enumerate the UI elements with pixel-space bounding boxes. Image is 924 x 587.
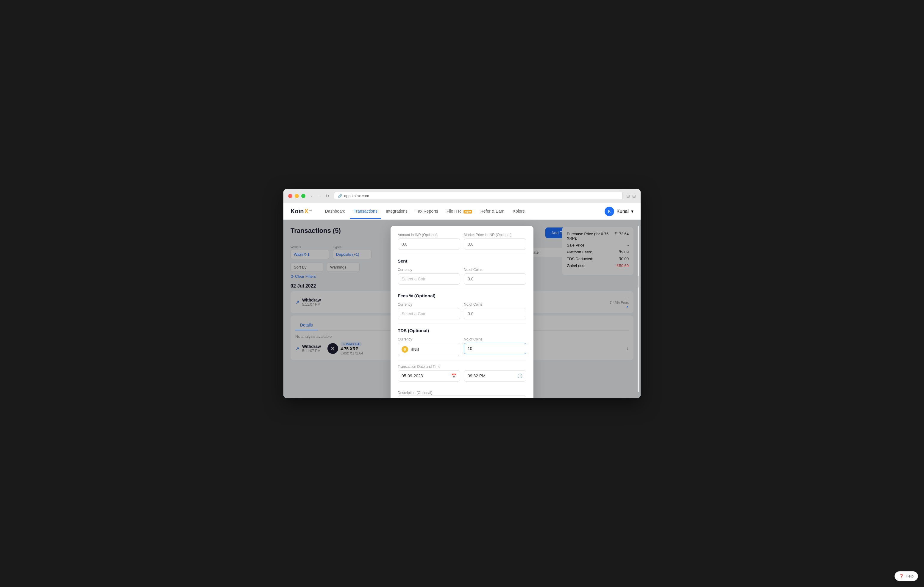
calendar-modal-icon: 📅 xyxy=(451,373,456,378)
url-text: app.koinx.com xyxy=(344,194,369,198)
browser-chrome: ← → ↻ 🔗 app.koinx.com ⊞ ⊟ xyxy=(284,189,640,203)
sent-coins-group: No.of Coins xyxy=(464,268,526,284)
app-header: KoinX™ Dashboard Transactions Integratio… xyxy=(284,203,640,220)
tds-coins-label: No.of Coins xyxy=(464,337,526,341)
help-label: Help xyxy=(906,574,914,579)
datetime-group: Transaction Date and Time 05-09-2023 📅 0… xyxy=(398,365,526,386)
fees-coins-input[interactable] xyxy=(464,308,526,319)
clock-icon: 🕐 xyxy=(517,373,522,378)
sent-coin-select[interactable]: Select a Coin xyxy=(398,273,460,284)
add-transaction-modal: Amount in INR (Optional) Market Price in… xyxy=(391,226,533,398)
window-controls xyxy=(288,194,305,198)
page-content: Transactions (5) Add Transaction Downloa… xyxy=(284,220,640,398)
scrollbar-thumb[interactable] xyxy=(638,276,639,288)
user-menu[interactable]: K Kunal ▾ xyxy=(605,207,634,216)
tds-coin-value: BNB xyxy=(411,347,419,352)
market-price-group: Market Price in INR (Optional) xyxy=(464,233,526,250)
divider-4 xyxy=(398,360,526,360)
datetime-label: Transaction Date and Time xyxy=(398,365,526,369)
sidebar-toggle[interactable]: ⊞ xyxy=(626,194,630,198)
fees-coins-group: No.of Coins xyxy=(464,303,526,319)
date-picker[interactable]: 05-09-2023 📅 xyxy=(398,370,460,381)
logo-text: Koin xyxy=(290,208,304,215)
description-input[interactable] xyxy=(398,395,526,398)
nav-xplore[interactable]: Xplore xyxy=(509,204,528,219)
nav-refer-earn[interactable]: Refer & Earn xyxy=(477,204,508,219)
chevron-down-icon: ▾ xyxy=(631,209,634,214)
minimize-button[interactable] xyxy=(295,194,299,198)
main-nav: Dashboard Transactions Integrations Tax … xyxy=(322,204,595,219)
date-value: 05-09-2023 xyxy=(402,373,423,378)
nav-integrations[interactable]: Integrations xyxy=(382,204,411,219)
nav-transactions[interactable]: Transactions xyxy=(350,204,381,219)
amount-inr-group: Amount in INR (Optional) xyxy=(398,233,460,250)
address-bar[interactable]: 🔗 app.koinx.com xyxy=(334,192,623,200)
help-button[interactable]: ❓ Help xyxy=(894,571,918,581)
fees-currency-group: Currency Select a Coin xyxy=(398,303,460,319)
scrollbar-track xyxy=(638,226,639,392)
divider-2 xyxy=(398,289,526,289)
tds-section-title: TDS (Optional) xyxy=(398,328,526,333)
nav-tax-reports[interactable]: Tax Reports xyxy=(412,204,442,219)
user-name: Kunal xyxy=(617,209,629,214)
amount-inr-label: Amount in INR (Optional) xyxy=(398,233,460,237)
sent-coin-placeholder: Select a Coin xyxy=(402,276,426,281)
tds-currency-label: Currency xyxy=(398,337,460,341)
refresh-button[interactable]: ↻ xyxy=(325,193,330,199)
forward-button[interactable]: → xyxy=(317,193,323,199)
sent-coins-input[interactable] xyxy=(464,273,526,284)
fees-currency-label: Currency xyxy=(398,303,460,307)
tds-coins-group: No.of Coins xyxy=(464,337,526,356)
fees-coins-label: No.of Coins xyxy=(464,303,526,307)
lock-icon: 🔗 xyxy=(338,194,342,198)
back-button[interactable]: ← xyxy=(309,193,315,199)
split-view[interactable]: ⊟ xyxy=(632,194,636,198)
market-price-input[interactable] xyxy=(464,238,526,250)
fees-coin-placeholder: Select a Coin xyxy=(402,311,426,316)
fees-section-title: Fees % (Optional) xyxy=(398,293,526,298)
tds-currency-group: Currency B BNB xyxy=(398,337,460,356)
market-price-label: Market Price in INR (Optional) xyxy=(464,233,526,237)
nav-arrows: ← → ↻ xyxy=(309,193,330,199)
sent-row: Currency Select a Coin No.of Coins xyxy=(398,268,526,284)
sent-section-title: Sent xyxy=(398,258,526,263)
sent-currency-label: Currency xyxy=(398,268,460,272)
amount-inr-row: Amount in INR (Optional) Market Price in… xyxy=(398,233,526,250)
tds-row-modal: Currency B BNB No.of Coins xyxy=(398,337,526,356)
time-value: 09:32 PM xyxy=(468,373,485,378)
modal-overlay[interactable]: Amount in INR (Optional) Market Price in… xyxy=(284,220,640,398)
logo-x: X xyxy=(304,208,308,215)
sent-coins-label: No.of Coins xyxy=(464,268,526,272)
fees-coin-select[interactable]: Select a Coin xyxy=(398,308,460,319)
nav-file-itr[interactable]: File ITR NEW xyxy=(443,204,476,219)
help-icon: ❓ xyxy=(899,574,904,579)
user-avatar: K xyxy=(605,207,614,216)
sent-currency-group: Currency Select a Coin xyxy=(398,268,460,284)
close-button[interactable] xyxy=(288,194,292,198)
amount-inr-input[interactable] xyxy=(398,238,460,250)
description-field: Description (Optional) xyxy=(398,390,526,398)
time-picker[interactable]: 09:32 PM 🕐 xyxy=(464,370,526,381)
nav-dashboard[interactable]: Dashboard xyxy=(322,204,349,219)
window-actions: ⊞ ⊟ xyxy=(626,194,636,198)
tds-coin-select[interactable]: B BNB xyxy=(398,343,460,356)
new-badge: NEW xyxy=(464,210,472,214)
tds-coins-input[interactable] xyxy=(464,343,526,354)
fees-row: Currency Select a Coin No.of Coins xyxy=(398,303,526,319)
maximize-button[interactable] xyxy=(301,194,305,198)
description-label: Description (Optional) xyxy=(398,391,432,395)
logo: KoinX™ xyxy=(290,208,312,215)
divider-1 xyxy=(398,254,526,254)
logo-tm: ™ xyxy=(309,210,312,213)
divider-3 xyxy=(398,324,526,324)
date-time-row: 05-09-2023 📅 09:32 PM 🕐 xyxy=(398,370,526,381)
bnb-icon: B xyxy=(402,346,408,353)
